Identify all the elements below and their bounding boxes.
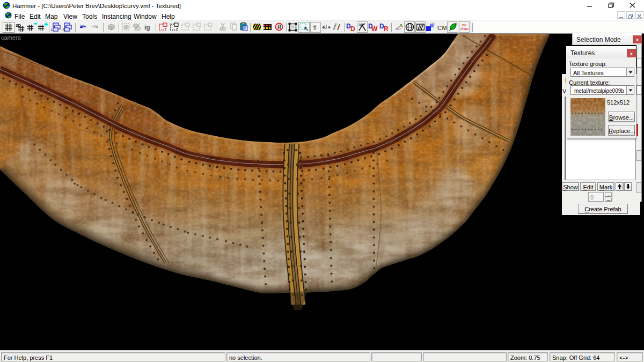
svg-text:R: R (384, 25, 389, 32)
svg-text:ig: ig (144, 24, 150, 31)
svg-text:S: S (62, 27, 65, 32)
svg-text:L: L (51, 27, 54, 32)
svg-text:W: W (371, 25, 378, 32)
svg-text:D: D (350, 25, 355, 32)
svg-text:R: R (277, 24, 282, 30)
